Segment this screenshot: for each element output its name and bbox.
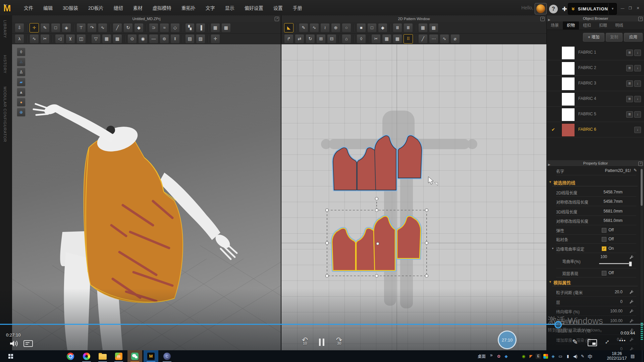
desktop-toolbar-label[interactable]: 桌面: [476, 353, 488, 359]
menu-preferences[interactable]: 偏好设置: [239, 4, 268, 11]
pin-center-icon[interactable]: ✛: [211, 34, 220, 44]
tray-expand-chevron[interactable]: »: [488, 352, 495, 358]
sewing-needle-icon[interactable]: ╱: [113, 23, 122, 33]
tray-nvidia-icon[interactable]: ◉: [520, 354, 527, 359]
uv-grid-icon[interactable]: ▩: [221, 23, 231, 33]
wrench-icon[interactable]: [629, 338, 634, 342]
pause-button[interactable]: [318, 339, 325, 347]
transform-pattern-icon[interactable]: ◣: [284, 23, 293, 33]
save-fabric-icon[interactable]: ↓: [634, 65, 641, 71]
select-move-icon[interactable]: ✛: [30, 23, 39, 33]
annotate-pencil-icon[interactable]: ✎: [572, 338, 578, 346]
paste-mirror-icon[interactable]: ⊟: [327, 34, 336, 44]
seam-tape-icon[interactable]: ╱: [418, 34, 428, 44]
edit-sewing-icon[interactable]: ↻: [123, 23, 133, 33]
tack-on-avatar-icon[interactable]: ∿: [30, 34, 39, 44]
slider-thumb[interactable]: [629, 261, 632, 266]
select-box-icon[interactable]: □: [51, 23, 60, 33]
menu-manual[interactable]: 手册: [288, 4, 307, 11]
delete-fabric-icon[interactable]: ≣: [626, 96, 633, 102]
elastic-checkbox[interactable]: [602, 228, 606, 233]
tray-shield-icon[interactable]: ◈: [549, 354, 557, 359]
pattern-shape-icon[interactable]: □: [367, 23, 377, 33]
tray-orange-app-icon[interactable]: ◤: [527, 354, 535, 359]
pin-to-avatar-icon[interactable]: ↷: [87, 23, 97, 33]
particle-view-icon[interactable]: ∴: [17, 58, 25, 66]
copy-curve-icon[interactable]: ↻: [306, 34, 315, 44]
tab-history[interactable]: HISTORY: [3, 55, 7, 74]
fabric-row-3[interactable]: FABRIC 3 ≣ ↓: [547, 76, 644, 91]
pleats-icon[interactable]: Ⅲ: [393, 23, 402, 33]
pin-icon[interactable]: ⊤: [76, 23, 86, 33]
3d-viewport[interactable]: ◊∴♙▰▲●⊕: [12, 44, 281, 350]
fabric-swatch[interactable]: [561, 77, 575, 90]
taskbar-clock[interactable]: 18:26 2022/11/17: [604, 351, 630, 361]
timeline-scrubber[interactable]: [554, 321, 562, 328]
taskbar-color-app[interactable]: [79, 350, 94, 362]
garment-vest[interactable]: [84, 133, 183, 302]
bonding-checkbox[interactable]: [602, 237, 606, 242]
fabric-row-6-selected[interactable]: ✔ FABRIC 6 ↓: [547, 122, 644, 137]
show-garment-2d-icon[interactable]: ◊: [357, 34, 366, 44]
tab-topstitch[interactable]: 明线: [611, 21, 627, 29]
transform-pattern-icon[interactable]: ◈: [62, 23, 71, 33]
import-icon[interactable]: ⇩: [15, 23, 24, 33]
add-point-icon[interactable]: ⊕: [331, 23, 340, 33]
menu-3d-garment[interactable]: 3D服装: [58, 4, 83, 11]
skip-forward-30-button[interactable]: ↷ 30: [333, 337, 345, 347]
wrench-icon[interactable]: [629, 309, 634, 313]
avatar-mannequin[interactable]: [34, 102, 237, 350]
window-restore-button[interactable]: ❐: [627, 5, 634, 11]
volume-icon[interactable]: [9, 340, 19, 347]
basting-icon[interactable]: ⋯: [429, 34, 438, 44]
3d-window-titlebar[interactable]: Untitled_MD.ZPrj ↗: [12, 15, 281, 22]
edit-pattern-icon[interactable]: ✎: [299, 23, 308, 33]
simulation-button[interactable]: » SIMULATION ▼: [568, 3, 617, 15]
fit-pose-icon[interactable]: ⊻: [66, 34, 75, 44]
delete-fabric-icon[interactable]: ≣: [626, 65, 633, 71]
delete-fabric-icon[interactable]: ≣: [626, 50, 633, 56]
menu-retopology[interactable]: 重拓扑: [176, 4, 201, 11]
tab-scene[interactable]: 场景: [547, 21, 563, 29]
topstitch-icon[interactable]: ⌀: [450, 34, 460, 44]
tray-speaker-icon[interactable]: ◀): [572, 354, 579, 359]
wrench-icon[interactable]: [629, 300, 634, 304]
button-lock-icon[interactable]: ⊜: [160, 34, 169, 44]
taskbar-video-app[interactable]: ▤: [111, 350, 126, 362]
copy-pattern-icon[interactable]: ↱: [284, 34, 293, 44]
menu-settings[interactable]: 设置: [268, 4, 288, 11]
fabric-swatch[interactable]: [561, 108, 575, 121]
select-mesh-icon[interactable]: ✎: [40, 23, 50, 33]
edit-name-icon[interactable]: ✎: [634, 168, 637, 173]
tray-ime-color-icon[interactable]: [543, 354, 548, 359]
property-editor-header[interactable]: ▶ Property Editor ↗: [547, 160, 644, 167]
save-fabric-icon[interactable]: ↓: [634, 96, 641, 102]
stitch-view-icon[interactable]: ▽: [91, 34, 101, 44]
add-polygon-icon[interactable]: ○: [342, 23, 351, 33]
fabric-swatch[interactable]: [561, 62, 575, 75]
section-expand-icon[interactable]: ▼: [549, 280, 552, 284]
menu-display[interactable]: 显示: [220, 4, 239, 11]
cone-view-icon[interactable]: ▲: [17, 88, 25, 97]
fabric-swatch[interactable]: [561, 46, 575, 60]
popout-icon[interactable]: ↗: [638, 162, 643, 166]
pleats-sewing-icon[interactable]: Ⅲ: [404, 23, 413, 33]
menu-material[interactable]: 素材: [128, 4, 148, 11]
texture-check-b-icon[interactable]: ▩: [113, 34, 122, 44]
wrench-icon[interactable]: [629, 290, 634, 294]
grainline-dots-icon[interactable]: ⠿: [404, 34, 413, 44]
wrinkle-stitch-icon[interactable]: ∿: [440, 34, 449, 44]
picture-in-picture-icon[interactable]: [588, 339, 597, 346]
save-fabric-icon[interactable]: ↓: [634, 80, 641, 87]
simulation-dropdown-icon[interactable]: ▼: [608, 3, 614, 14]
fabric-row-1[interactable]: FABRIC 1 ≣ ↓: [547, 45, 644, 60]
fabric-row-4[interactable]: FABRIC 4 ≣ ↓: [547, 92, 644, 107]
taskbar-cinema4d[interactable]: C: [160, 350, 174, 362]
help-button[interactable]: ?: [549, 5, 558, 13]
rectangle-icon[interactable]: ■: [357, 23, 366, 33]
sew-on-garment-icon[interactable]: ◆: [134, 23, 144, 33]
menu-file[interactable]: 文件: [19, 4, 38, 11]
tray-blue-app-icon[interactable]: ◆: [502, 354, 510, 359]
button-icon[interactable]: ⊙: [127, 34, 137, 44]
tab-fabric[interactable]: 织物: [563, 21, 579, 29]
